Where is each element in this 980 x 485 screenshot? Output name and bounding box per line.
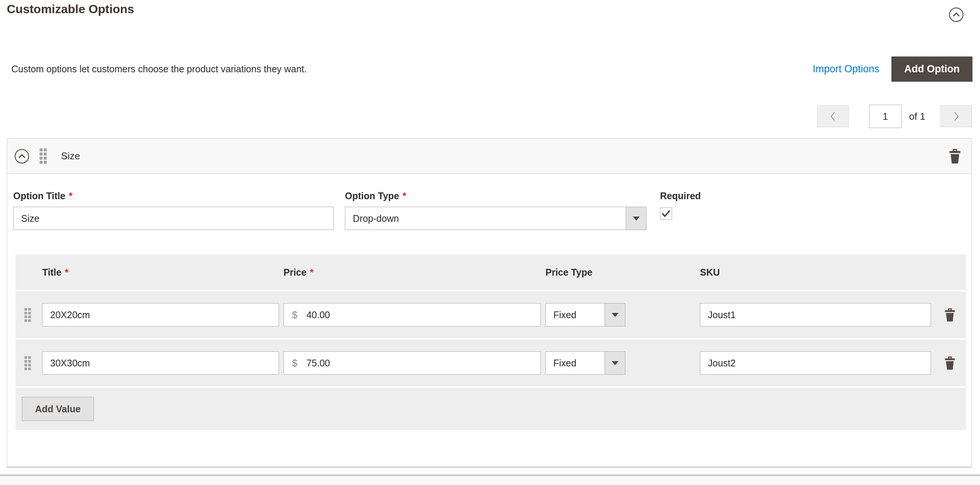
next-page-button[interactable] xyxy=(940,105,972,127)
price-type-select[interactable]: Fixed xyxy=(546,303,625,327)
section-actions: Import Options Add Option xyxy=(813,57,972,82)
option-panel-body: Option Title* Option Type* Drop-down Req… xyxy=(7,174,971,466)
option-type-select[interactable]: Drop-down xyxy=(345,207,646,230)
option-form-row: Option Title* Option Type* Drop-down Req… xyxy=(13,190,701,230)
value-price-field[interactable]: $ xyxy=(283,351,541,375)
option-type-value: Drop-down xyxy=(353,213,399,224)
option-title-label: Option Title* xyxy=(13,190,334,201)
select-arrow-box[interactable] xyxy=(605,352,625,374)
column-header-price-type: Price Type xyxy=(543,267,698,278)
value-title-input[interactable] xyxy=(42,351,279,375)
option-title-input[interactable] xyxy=(13,207,334,230)
column-header-sku: SKU xyxy=(698,267,933,278)
caret-down-icon xyxy=(612,313,619,317)
previous-page-button[interactable] xyxy=(817,105,849,127)
caret-down-icon xyxy=(633,217,640,221)
options-pagination: of 1 xyxy=(817,105,972,128)
price-type-select[interactable]: Fixed xyxy=(546,351,625,375)
chevron-right-icon xyxy=(953,111,959,122)
drag-handle-icon[interactable] xyxy=(24,308,31,322)
column-header-title: Title* xyxy=(40,267,281,278)
required-asterisk: * xyxy=(68,190,72,201)
option-title-heading: Size xyxy=(61,150,80,162)
value-price-input[interactable] xyxy=(306,352,541,374)
required-label: Required xyxy=(660,190,701,201)
required-asterisk: * xyxy=(65,267,68,277)
required-checkbox[interactable] xyxy=(660,208,672,220)
price-type-value: Fixed xyxy=(553,358,576,369)
values-table-header: Title* Price* Price Type SKU xyxy=(16,255,966,290)
required-field: Required xyxy=(660,190,701,230)
required-asterisk: * xyxy=(310,267,313,277)
required-asterisk: * xyxy=(402,190,406,201)
import-options-link[interactable]: Import Options xyxy=(813,63,879,75)
add-option-button[interactable]: Add Option xyxy=(891,57,972,82)
option-type-label: Option Type* xyxy=(345,190,646,201)
column-header-price: Price* xyxy=(281,267,543,278)
add-value-button[interactable]: Add Value xyxy=(22,397,94,421)
value-price-field[interactable]: $ xyxy=(283,303,541,327)
drag-handle-icon[interactable] xyxy=(24,356,31,370)
value-row: $ Fixed xyxy=(16,340,966,386)
section-collapse-button[interactable] xyxy=(949,8,963,22)
values-table-footer: Add Value xyxy=(16,388,966,430)
currency-symbol: $ xyxy=(292,309,298,320)
select-arrow-box[interactable] xyxy=(605,303,625,326)
delete-option-button[interactable] xyxy=(949,148,961,164)
chevron-left-icon xyxy=(830,111,836,122)
section-description: Custom options let customers choose the … xyxy=(11,63,307,74)
page-count-label: of 1 xyxy=(909,111,925,122)
value-sku-input[interactable] xyxy=(700,303,931,327)
drag-handle-icon[interactable] xyxy=(40,148,47,164)
option-title-field: Option Title* xyxy=(13,190,334,230)
chevron-up-icon xyxy=(18,154,25,158)
value-price-input[interactable] xyxy=(306,303,541,326)
value-title-input[interactable] xyxy=(42,303,279,327)
section-subheader: Custom options let customers choose the … xyxy=(11,55,972,83)
option-type-field: Option Type* Drop-down xyxy=(345,190,646,230)
chevron-up-icon xyxy=(953,13,960,17)
delete-value-button[interactable] xyxy=(945,355,955,371)
trash-icon xyxy=(945,355,955,371)
option-panel-header: Size xyxy=(7,139,971,174)
price-type-value: Fixed xyxy=(553,309,576,320)
trash-icon xyxy=(945,307,955,322)
checkmark-icon xyxy=(661,209,671,218)
page-title: Customizable Options xyxy=(7,2,134,16)
option-panel: Size Option Title* Option Type xyxy=(7,138,972,468)
next-section-area xyxy=(0,476,980,485)
value-sku-input[interactable] xyxy=(700,351,931,375)
page-number-input[interactable] xyxy=(869,105,902,128)
delete-value-button[interactable] xyxy=(945,307,955,322)
caret-down-icon xyxy=(612,361,619,365)
currency-symbol: $ xyxy=(292,358,298,369)
option-collapse-button[interactable] xyxy=(15,149,29,163)
select-arrow-box[interactable] xyxy=(626,207,646,230)
trash-icon xyxy=(949,148,961,164)
option-values-table: Title* Price* Price Type SKU xyxy=(16,255,966,430)
value-row: $ Fixed xyxy=(16,292,966,338)
